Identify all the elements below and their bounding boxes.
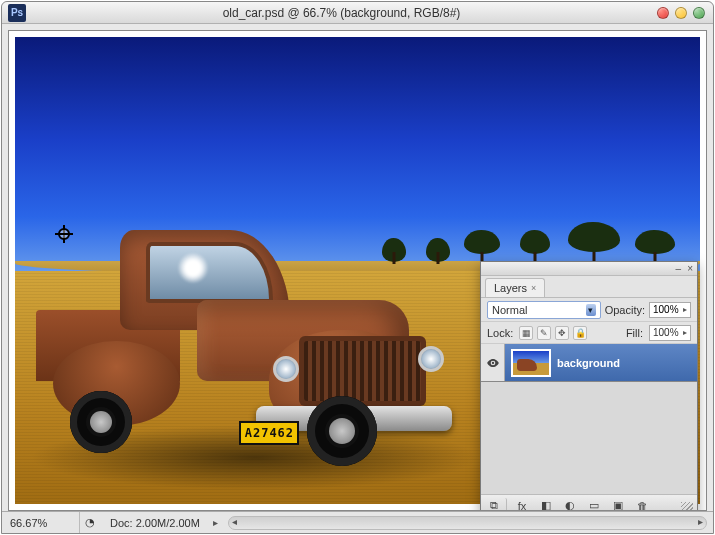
link-layers-icon[interactable]: ⧉ [485,498,507,512]
layer-row[interactable]: background [481,344,697,382]
panel-footer: ⧉ fx ◧ ◐ ▭ ▣ 🗑 [481,494,697,511]
trash-icon[interactable]: 🗑 [631,498,653,512]
fill-value: 100% [653,327,679,338]
blend-mode-value: Normal [492,304,527,316]
panel-close-icon[interactable]: × [687,263,693,274]
lock-transparency-icon[interactable]: ▦ [519,326,533,340]
tab-close-icon[interactable]: × [531,283,536,293]
minimize-button[interactable] [675,7,687,19]
zoom-field[interactable]: 66.67% [2,512,80,533]
dropdown-arrow-icon: ▾ [586,304,596,316]
fill-input[interactable]: 100% ▸ [649,325,691,341]
layers-list[interactable]: background [481,344,697,494]
blend-mode-select[interactable]: Normal ▾ [487,301,601,319]
cursor-crosshair-icon [55,225,73,243]
window-title: old_car.psd @ 66.7% (background, RGB/8#) [26,6,657,20]
doc-info: Doc: 2.00M/2.00M [100,517,210,529]
lock-position-icon[interactable]: ✥ [555,326,569,340]
layer-thumbnail[interactable] [511,349,551,377]
layer-mask-icon[interactable]: ◧ [535,498,557,512]
panel-collapse-icon[interactable]: – [676,263,682,274]
visibility-toggle[interactable] [481,344,505,381]
license-plate: A27462 [239,421,299,445]
fill-label: Fill: [626,327,643,339]
lock-pixels-icon[interactable]: ✎ [537,326,551,340]
new-layer-icon[interactable]: ▣ [607,498,629,512]
tab-label: Layers [494,282,527,294]
horizontal-scrollbar[interactable] [228,516,707,530]
resize-grip-icon[interactable] [681,502,693,511]
panel-tabs: Layers × [481,276,697,298]
status-bar: 66.67% ◔ Doc: 2.00M/2.00M ▸ [2,511,713,533]
opacity-label: Opacity: [605,304,645,316]
eye-icon [486,356,500,370]
chevron-right-icon[interactable]: ▸ [683,305,687,314]
chevron-right-icon[interactable]: ▸ [210,517,222,529]
titlebar[interactable]: Ps old_car.psd @ 66.7% (background, RGB/… [2,2,713,24]
window-controls [657,7,705,19]
opacity-input[interactable]: 100% ▸ [649,302,691,318]
truck-illustration: A27462 [36,214,461,466]
group-icon[interactable]: ▭ [583,498,605,512]
opacity-value: 100% [653,304,679,315]
lock-all-icon[interactable]: 🔒 [573,326,587,340]
layer-fx-icon[interactable]: fx [511,498,533,512]
blend-row: Normal ▾ Opacity: 100% ▸ [481,298,697,322]
lock-row: Lock: ▦ ✎ ✥ 🔒 Fill: 100% ▸ [481,322,697,344]
adjustment-layer-icon[interactable]: ◐ [559,498,581,512]
zoom-button[interactable] [693,7,705,19]
status-menu-icon[interactable]: ◔ [80,516,100,529]
panel-header[interactable]: – × [481,262,697,276]
layer-name[interactable]: background [557,357,620,369]
chevron-right-icon[interactable]: ▸ [683,328,687,337]
lock-icons: ▦ ✎ ✥ 🔒 [519,326,587,340]
tab-layers[interactable]: Layers × [485,278,545,297]
layers-panel[interactable]: – × Layers × Normal ▾ Opacity: 100% ▸ [480,261,698,511]
lock-label: Lock: [487,327,513,339]
close-button[interactable] [657,7,669,19]
document-window: Ps old_car.psd @ 66.7% (background, RGB/… [1,1,714,534]
app-badge: Ps [8,4,26,22]
canvas-area[interactable]: A27462 – × Layers × Normal ▾ Opacity: [8,30,707,511]
